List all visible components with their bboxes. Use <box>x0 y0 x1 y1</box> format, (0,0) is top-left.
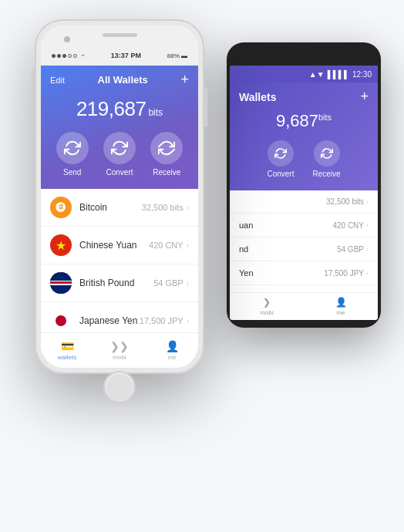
me-icon: 👤 <box>335 297 347 308</box>
android-balance-amount: 9,687 <box>276 111 318 130</box>
cny-list-item[interactable]: ★ Chinese Yuan 420 CNY › <box>41 227 198 264</box>
power-button <box>204 89 207 127</box>
nav-me[interactable]: 👤 me <box>146 333 198 368</box>
gbp-icon <box>50 272 72 294</box>
android-actions: Convert Receive <box>239 140 369 178</box>
android-receive-label: Receive <box>312 170 340 178</box>
chevron-right-icon: › <box>366 198 369 206</box>
cny-name: Chinese Yuan <box>79 240 149 251</box>
iphone-screen: Edit All Wallets + 219,687bits <box>41 66 198 368</box>
add-wallet-button[interactable]: + <box>180 72 189 88</box>
iphone-inner: ⌢ 13:37 PM 88% ▬ Edit All Wallets + 219,… <box>41 25 198 368</box>
nav-mobi[interactable]: ❯❯ mobi <box>93 333 146 368</box>
iphone-status-bar: ⌢ 13:37 PM 88% ▬ <box>41 49 198 62</box>
iphone-battery: 88% ▬ <box>167 52 187 59</box>
iphone-balance: 219,687bits <box>41 91 198 132</box>
android-wifi-icon: ▲▼ <box>309 70 325 79</box>
android-convert-label: Convert <box>267 170 294 178</box>
bitcoin-name: Bitcoin <box>79 202 142 213</box>
me-profile-icon: 👤 <box>166 340 179 352</box>
nav-wallets-label: wallets <box>58 354 76 361</box>
iphone-header: Edit All Wallets + 219,687bits <box>41 66 198 189</box>
gbp-amount: 54 GBP <box>153 278 183 288</box>
android-header-title: Wallets <box>239 91 277 103</box>
convert-action[interactable]: Convert <box>103 132 136 177</box>
jpy-icon <box>50 310 72 332</box>
android-wallet-list: 32,500 bits › uan 420 CNY › nd 54 GBP › <box>230 190 378 285</box>
receive-action[interactable]: Receive <box>150 132 183 177</box>
android-item-1-name: uan <box>239 221 253 230</box>
signal-dots: ⌢ <box>52 52 85 59</box>
android-nav-me-label: me <box>336 309 345 316</box>
android-item-1-amount: 420 CNY <box>332 221 364 230</box>
android-convert-icon <box>268 140 294 167</box>
iphone-balance-amount: 219,687 <box>76 97 146 120</box>
list-item[interactable]: nd 54 GBP › <box>230 237 378 261</box>
signal-dot <box>57 54 61 58</box>
android-status-bar: ▲▼ ▌▌▌▌ 12:30 <box>230 66 378 82</box>
mobi-icon: ❯ <box>263 297 271 308</box>
receive-label: Receive <box>153 168 180 177</box>
wallet-icon: 💳 <box>61 340 74 352</box>
volume-up-button <box>32 81 35 104</box>
receive-icon <box>150 132 183 164</box>
iphone-bottom-nav: 💳 wallets ❯❯ mobi 👤 me <box>41 332 198 368</box>
send-icon <box>56 132 89 164</box>
bitcoin-amount: 32,500 bits <box>142 203 183 212</box>
android-item-2-amount: 54 GBP <box>337 245 364 254</box>
android-nav-mobi[interactable]: ❯ mobi <box>230 297 304 316</box>
mobi-icon: ❯❯ <box>110 340 129 352</box>
android-header: Wallets + 9,687bits Convert <box>230 82 378 190</box>
chevron-right-icon: › <box>366 221 369 229</box>
jpy-name: Japanese Yen <box>79 315 140 326</box>
android-receive-icon <box>314 140 340 167</box>
gbp-list-item[interactable]: British Pound 54 GBP › <box>41 264 198 302</box>
wifi-icon: ⌢ <box>81 52 85 59</box>
nav-me-label: me <box>167 354 176 361</box>
convert-label: Convert <box>106 168 133 177</box>
iphone-time: 13:37 PM <box>111 52 141 59</box>
iphone-battery-pct: 88% <box>167 52 180 59</box>
edit-button[interactable]: Edit <box>50 76 65 85</box>
signal-dot <box>52 54 56 58</box>
iphone-header-title: All Wallets <box>98 74 148 86</box>
jpy-amount: 17,500 JPY <box>140 316 183 325</box>
home-button[interactable] <box>103 371 136 403</box>
signal-dot-empty <box>73 54 77 58</box>
send-action[interactable]: Send <box>56 132 89 177</box>
signal-dot-empty <box>68 54 72 58</box>
bitcoin-list-item[interactable]: Bitcoin 32,500 bits › <box>41 189 198 227</box>
chevron-right-icon: › <box>187 241 189 250</box>
jpy-list-item[interactable]: Japanese Yen 17,500 JPY › <box>41 302 198 332</box>
android-item-2-name: nd <box>239 244 248 254</box>
chevron-right-icon: › <box>187 317 189 325</box>
send-label: Send <box>63 168 81 177</box>
android-convert-action[interactable]: Convert <box>267 140 294 178</box>
iphone-header-bar: Edit All Wallets + <box>41 66 198 91</box>
nav-wallets[interactable]: 💳 wallets <box>41 333 93 368</box>
android-bottom-nav: ❯ mobi 👤 me <box>230 292 378 320</box>
iphone-top-bezel: ⌢ 13:37 PM 88% ▬ <box>41 25 198 66</box>
android-screen: ▲▼ ▌▌▌▌ 12:30 Wallets + 9,687bits Con <box>230 66 378 320</box>
speaker-icon <box>103 33 137 37</box>
android-phone: ▲▼ ▌▌▌▌ 12:30 Wallets + 9,687bits Con <box>227 42 381 328</box>
volume-down-button <box>32 112 35 135</box>
android-item-3-name: Yen <box>239 268 254 278</box>
signal-dot <box>62 54 66 58</box>
list-item[interactable]: uan 420 CNY › <box>230 214 378 237</box>
chevron-right-icon: › <box>187 204 189 212</box>
android-time: 12:30 <box>352 70 372 79</box>
chevron-right-icon: › <box>366 245 369 253</box>
nav-mobi-label: mobi <box>113 354 126 361</box>
android-add-button[interactable]: + <box>360 89 369 105</box>
android-receive-action[interactable]: Receive <box>312 140 340 178</box>
android-nav-me[interactable]: 👤 me <box>304 297 378 316</box>
bitcoin-icon <box>50 197 72 218</box>
android-nav-mobi-label: mobi <box>260 309 273 316</box>
list-item[interactable]: 32,500 bits › <box>230 190 378 214</box>
list-item[interactable]: Yen 17,500 JPY › <box>230 261 378 285</box>
gbp-name: British Pound <box>79 278 153 288</box>
iphone: ⌢ 13:37 PM 88% ▬ Edit All Wallets + 219,… <box>35 19 204 374</box>
convert-icon <box>103 132 136 164</box>
battery-icon: ▬ <box>181 52 187 59</box>
